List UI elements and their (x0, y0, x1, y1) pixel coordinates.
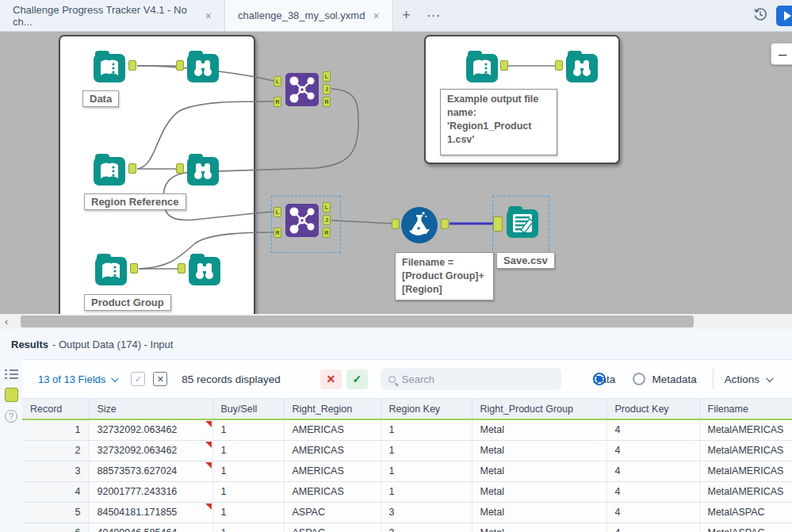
tab-challenge-38-my-sol[interactable]: challenge_38_my_sol.yxmd × (225, 0, 393, 31)
cell-right-region[interactable]: ASPAC (284, 522, 381, 532)
scrollbar-thumb[interactable] (21, 316, 694, 327)
join1-input-left-anchor[interactable]: L (274, 76, 281, 86)
cell-filename[interactable]: MetalASPAC (699, 502, 792, 522)
cell-buy-sell[interactable]: 1 (212, 440, 284, 461)
cell-filename[interactable]: MetalAMERICAS (699, 440, 792, 461)
actions-dropdown[interactable]: Actions (725, 373, 771, 385)
cell-record[interactable]: 2 (22, 440, 89, 461)
cell-buy-sell[interactable]: 1 (212, 502, 284, 522)
search-input[interactable] (402, 373, 537, 385)
cell-product-key[interactable]: 4 (606, 419, 699, 440)
join1-input-right-anchor[interactable]: R (274, 97, 281, 107)
join-tool-1[interactable] (284, 71, 320, 108)
join1-output-left-anchor[interactable]: L (323, 71, 331, 82)
tab-challenge-progress-tracker[interactable]: Challenge Progress Tracker V4.1 - No ch.… (0, 0, 225, 31)
join1-output-join-anchor[interactable]: J (323, 84, 331, 94)
new-tab-button[interactable]: + (393, 0, 420, 31)
cell-filename[interactable]: MetalASPAC (699, 522, 792, 532)
cell-record[interactable]: 1 (22, 419, 89, 440)
browse2-input-anchor[interactable] (176, 163, 184, 174)
cell-right-region[interactable]: AMERICAS (284, 440, 381, 461)
help-icon[interactable]: ? (5, 410, 17, 423)
cell-right-product-group[interactable]: Metal (472, 522, 606, 532)
zoom-out-button[interactable]: – (771, 43, 792, 65)
join2-output-left-anchor[interactable]: L (323, 202, 331, 212)
cell-right-product-group[interactable]: Metal (472, 419, 606, 440)
cell-product-key[interactable]: 4 (606, 461, 699, 481)
cell-region-key[interactable]: 3 (381, 502, 472, 522)
column-header-right-product-group[interactable]: Right_Product Group (472, 399, 606, 419)
cell-product-key[interactable]: 4 (606, 522, 699, 532)
close-tab-icon[interactable]: × (205, 10, 212, 22)
output-data-tool[interactable] (504, 204, 541, 240)
cell-right-product-group[interactable]: Metal (472, 481, 606, 502)
data-output-anchor[interactable] (128, 60, 136, 71)
cell-record[interactable]: 6 (22, 522, 89, 532)
browse-tool-1[interactable] (185, 48, 221, 85)
example-input-tool[interactable] (464, 48, 500, 85)
column-header-filename[interactable]: Filename (699, 399, 792, 419)
cell-buy-sell[interactable]: 1 (212, 461, 284, 481)
formula-input-anchor[interactable] (392, 219, 400, 229)
product-output-anchor[interactable] (130, 263, 138, 274)
cell-size[interactable]: 92001777.243316 (89, 481, 212, 502)
cell-record[interactable]: 5 (22, 502, 89, 522)
workflow-canvas[interactable]: Data Region Reference Product Group L R … (0, 32, 792, 314)
join2-output-right-anchor[interactable]: R (323, 228, 331, 238)
cell-region-key[interactable]: 1 (381, 419, 472, 440)
ok-filter-button[interactable]: ✓ (346, 369, 368, 389)
close-cell-viewer-icon[interactable]: ✕ (153, 372, 167, 386)
region-reference-tool-label[interactable]: Region Reference (84, 193, 186, 210)
cell-right-region[interactable]: AMERICAS (284, 419, 381, 440)
cell-right-product-group[interactable]: Metal (472, 461, 606, 481)
save-csv-label[interactable]: Save.csv (496, 252, 555, 269)
more-tabs-button[interactable]: ··· (420, 0, 447, 31)
column-header-buy-sell[interactable]: Buy/Sell (212, 399, 284, 419)
column-header-region-key[interactable]: Region Key (381, 399, 472, 419)
scroll-left-arrow[interactable]: ‹ (0, 314, 13, 329)
example-browse-input-anchor[interactable] (555, 60, 563, 71)
cell-buy-sell[interactable]: 1 (212, 419, 284, 440)
input-product-group-tool[interactable] (93, 251, 129, 288)
cell-product-key[interactable]: 4 (606, 502, 699, 522)
cell-size[interactable]: 40409946.585464 (89, 522, 212, 532)
column-header-size[interactable]: Size (89, 399, 212, 419)
cell-size[interactable]: 32732092.063462 (89, 419, 212, 440)
list-view-icon[interactable] (5, 369, 18, 380)
product-group-tool-label[interactable]: Product Group (84, 294, 171, 311)
cell-size[interactable]: 84504181.171855 (89, 502, 212, 522)
example-output-anchor[interactable] (500, 60, 508, 71)
data-tool-label[interactable]: Data (82, 90, 119, 107)
join2-input-left-anchor[interactable]: L (274, 207, 281, 217)
cell-region-key[interactable]: 3 (381, 522, 472, 532)
cell-record[interactable]: 4 (22, 481, 89, 502)
example-comment-box[interactable]: Example output file name: 'Region1_Produ… (440, 89, 557, 155)
cell-filename[interactable]: MetalAMERICAS (699, 461, 792, 481)
cell-region-key[interactable]: 1 (381, 461, 472, 481)
join1-output-right-anchor[interactable]: R (323, 97, 331, 107)
run-workflow-button[interactable] (776, 6, 792, 26)
formula-output-anchor[interactable] (441, 219, 449, 229)
results-table-container[interactable]: RecordSizeBuy/SellRight_RegionRegion Key… (22, 399, 792, 532)
output-input-anchor[interactable] (493, 216, 503, 232)
formula-tool[interactable] (400, 206, 437, 243)
browse3-input-anchor[interactable] (178, 263, 186, 274)
column-header-record[interactable]: Record (22, 399, 89, 419)
cell-right-region[interactable]: AMERICAS (284, 461, 381, 481)
cell-buy-sell[interactable]: 1 (212, 481, 284, 502)
cell-right-product-group[interactable]: Metal (472, 440, 606, 461)
join2-input-right-anchor[interactable]: R (274, 228, 281, 238)
cell-right-product-group[interactable]: Metal (472, 502, 606, 522)
data-radio[interactable] (593, 373, 606, 385)
join2-output-join-anchor[interactable]: J (323, 215, 331, 225)
cell-buy-sell[interactable]: 1 (212, 522, 284, 532)
example-browse-tool[interactable] (564, 48, 600, 85)
cell-size[interactable]: 88573573.627024 (89, 461, 212, 481)
errors-filter-button[interactable]: ✕ (320, 369, 342, 389)
browse1-input-anchor[interactable] (176, 60, 184, 71)
cell-product-key[interactable]: 4 (606, 440, 699, 461)
formula-annotation[interactable]: Filename = [Product Group]+ [Region] (395, 252, 494, 300)
cell-size[interactable]: 32732092.063462 (89, 440, 212, 461)
cell-region-key[interactable]: 1 (381, 481, 472, 502)
history-icon[interactable] (752, 6, 768, 25)
